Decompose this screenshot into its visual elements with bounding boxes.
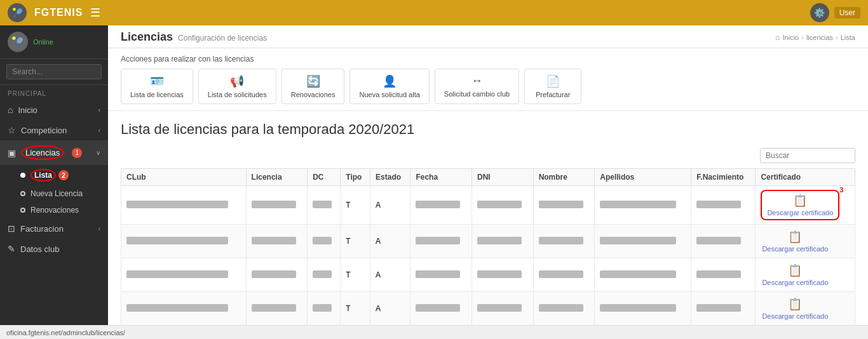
nueva-solicitud-icon: 👤 (383, 74, 397, 88)
table-row: T A 📋 Descargar certificado (121, 225, 855, 258)
lista-solicitudes-label: Lista de solicitudes (208, 91, 267, 98)
brand-name: FGTENIS (34, 7, 83, 18)
cell-dc-2 (308, 225, 341, 258)
home-icon: ⌂ (8, 105, 13, 115)
licencias-badge-1: 1 (72, 148, 82, 158)
cell-nombre-3 (533, 258, 595, 292)
download-label-1: Descargar certificado (767, 209, 833, 216)
cell-fnac-2 (691, 225, 756, 258)
table-header-row: CLub Licencia DC Tipo Estado Fecha DNI N… (121, 169, 855, 186)
cell-estado-2: A (370, 225, 410, 258)
cell-dni-1 (472, 186, 534, 225)
sidebar-label-competicion: Competicion (21, 126, 67, 135)
sub-dot-renovaciones (20, 208, 25, 213)
cell-certificado-3: 📋 Descargar certificado (756, 258, 855, 292)
cell-licencia-4 (246, 292, 308, 326)
sidebar-item-competicion[interactable]: ☆ Competicion ‹ (0, 120, 108, 140)
username-label: User (834, 7, 860, 18)
table-row: T A 3 📋 Descargar certifi (121, 186, 855, 225)
col-club: CLub (121, 169, 247, 186)
lista-solicitudes-button[interactable]: 📢 Lista de solicitudes (198, 69, 276, 104)
sidebar-sub-renovaciones[interactable]: Renovaciones (0, 202, 108, 218)
col-tipo: Tipo (341, 169, 370, 186)
chevron-inicio: ‹ (98, 107, 100, 114)
hamburger-icon[interactable]: ☰ (90, 6, 100, 20)
sidebar-item-licencias[interactable]: ▣ Licencias 1 ∨ (0, 140, 108, 165)
breadcrumb: ⌂ Inicio › licencias › Lista (775, 33, 855, 42)
cell-apellidos-4 (595, 292, 691, 326)
renovaciones-button[interactable]: 🔄 Renovaciones (281, 69, 345, 104)
badge-3: 3 (839, 186, 843, 194)
cell-apellidos-1 (595, 186, 691, 225)
top-header: 🎾 FGTENIS ☰ ⚙️ User (0, 0, 868, 25)
download-cert-button-3[interactable]: 📋 Descargar certificado (761, 262, 829, 288)
sidebar-label-licencias: Licencias (21, 145, 64, 160)
download-cert-button-1[interactable]: 📋 Descargar certificado (766, 192, 834, 218)
sidebar-sub-nueva-licencia[interactable]: Nueva Licencia (0, 185, 108, 202)
breadcrumb-inicio[interactable]: Inicio (783, 34, 799, 41)
cell-certificado-4: 📋 Descargar certificado (756, 292, 855, 326)
col-certificado: Certificado (756, 169, 855, 186)
sidebar-sub-label-lista: Lista (31, 169, 56, 182)
cell-tipo-4: T (341, 292, 370, 326)
page-subtitle: Configuración de licencias (178, 34, 267, 43)
cell-club-4 (121, 292, 247, 326)
sidebar: 🎾 Online PRINCIPAL ⌂ Inicio ‹ ☆ Competic… (0, 25, 108, 325)
sidebar-sub-label-renovaciones: Renovaciones (31, 206, 79, 215)
content-title: Lista de licencias para la temporada 202… (121, 121, 855, 138)
table-row: T A 📋 Descargar certificado (121, 258, 855, 292)
sub-dot-lista (20, 173, 25, 178)
cell-fnac-4 (691, 292, 756, 326)
facturacion-icon: ⊡ (8, 223, 15, 234)
cell-licencia-2 (246, 225, 308, 258)
status-bar: oficina.fgtenis.net/adminclub/licencias/ (0, 325, 868, 339)
cell-dni-3 (472, 258, 534, 292)
download-icon-2: 📋 (788, 230, 802, 244)
search-input[interactable] (6, 64, 102, 79)
nueva-solicitud-button[interactable]: 👤 Nueva solicitud alta (349, 69, 429, 104)
lista-licencias-button[interactable]: 🪪 Lista de licencias (121, 69, 193, 104)
cell-licencia-3 (246, 258, 308, 292)
prefacturar-button[interactable]: 📄 Prefacturar (524, 69, 581, 104)
col-apellidos: Apellidos (595, 169, 691, 186)
breadcrumb-lista: Lista (841, 34, 855, 41)
cell-certificado-2: 📋 Descargar certificado (756, 225, 855, 258)
sidebar-sub-lista[interactable]: Lista 2 (0, 165, 108, 185)
cell-club-3 (121, 258, 247, 292)
download-label-3: Descargar certificado (762, 279, 828, 286)
cell-fecha-1 (410, 186, 472, 225)
download-cert-button-2[interactable]: 📋 Descargar certificado (761, 229, 829, 254)
main-content: Licencias Configuración de licencias ⌂ I… (108, 25, 868, 325)
solicitud-cambio-icon: ↔ (471, 74, 483, 88)
cell-certificado-1: 3 📋 Descargar certificado (756, 186, 855, 225)
download-icon-3: 📋 (788, 263, 802, 277)
sidebar-item-inicio[interactable]: ⌂ Inicio ‹ (0, 100, 108, 120)
actions-buttons: 🪪 Lista de licencias 📢 Lista de solicitu… (121, 69, 855, 104)
page-header: Licencias Configuración de licencias ⌂ I… (108, 25, 868, 48)
cell-fecha-3 (410, 258, 472, 292)
cell-tipo-3: T (341, 258, 370, 292)
cell-dni-4 (472, 292, 534, 326)
solicitud-cambio-label: Solicitud cambio club (444, 90, 510, 98)
sidebar-item-facturacion[interactable]: ⊡ Facturacion ‹ (0, 218, 108, 239)
cell-apellidos-3 (595, 258, 691, 292)
sidebar-item-datos-club[interactable]: ✎ Datos club (0, 239, 108, 259)
solicitud-cambio-button[interactable]: ↔ Solicitud cambio club (435, 69, 519, 104)
sidebar-label-inicio: Inicio (18, 105, 37, 115)
header-left: 🎾 FGTENIS ☰ (8, 3, 100, 22)
cell-dc-4 (308, 292, 341, 326)
lista-licencias-icon: 🪪 (150, 74, 164, 88)
breadcrumb-licencias[interactable]: licencias (806, 34, 833, 41)
status-url: oficina.fgtenis.net/adminclub/licencias/ (6, 329, 125, 336)
lista-licencias-label: Lista de licencias (130, 91, 184, 98)
cell-nombre-4 (533, 292, 595, 326)
sidebar-label-facturacion: Facturacion (20, 224, 64, 234)
header-right: ⚙️ User (810, 3, 860, 22)
download-cert-button-4[interactable]: 📋 Descargar certificado (761, 296, 829, 321)
renovaciones-icon: 🔄 (306, 74, 320, 88)
table-search-input[interactable] (760, 148, 855, 163)
cell-fnac-3 (691, 258, 756, 292)
col-fecha: Fecha (410, 169, 472, 186)
main-layout: 🎾 Online PRINCIPAL ⌂ Inicio ‹ ☆ Competic… (0, 25, 868, 325)
cell-estado-1: A (370, 186, 410, 225)
